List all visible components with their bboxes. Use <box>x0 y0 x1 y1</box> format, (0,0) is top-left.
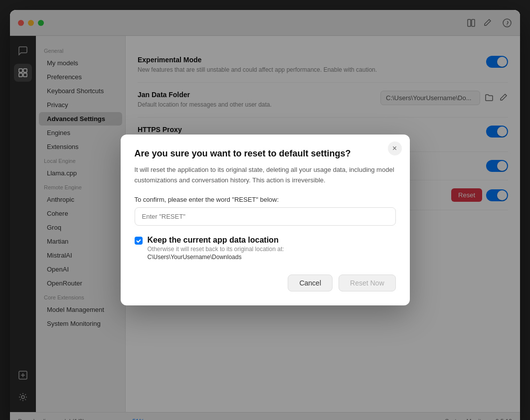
modal-actions: Cancel Reset Now <box>135 275 396 291</box>
reset-modal: × Are you sure you want to reset to defa… <box>121 135 410 305</box>
modal-checkbox-path: C\Users\YourUsername\Downloads <box>148 254 284 261</box>
reset-confirm-input[interactable] <box>135 207 396 226</box>
modal-description: It will reset the application to its ori… <box>135 165 396 186</box>
modal-confirm-label: To confirm, please enter the word "RESET… <box>135 196 396 203</box>
modal-checkbox-content: Keep the current app data location Other… <box>148 236 284 261</box>
modal-title: Are you sure you want to reset to defaul… <box>135 148 396 159</box>
cancel-button[interactable]: Cancel <box>288 275 333 291</box>
modal-checkbox-subtitle: Otherwise it will reset back to its orig… <box>148 246 284 253</box>
modal-overlay: × Are you sure you want to reset to defa… <box>10 10 520 420</box>
modal-checkbox-row: Keep the current app data location Other… <box>135 236 396 261</box>
keep-location-checkbox[interactable] <box>135 237 143 245</box>
modal-close-button[interactable]: × <box>388 141 402 155</box>
modal-checkbox-title: Keep the current app data location <box>148 236 284 245</box>
reset-now-button[interactable]: Reset Now <box>339 275 395 291</box>
app-window: General My models Preferences Keyboard S… <box>10 10 520 420</box>
